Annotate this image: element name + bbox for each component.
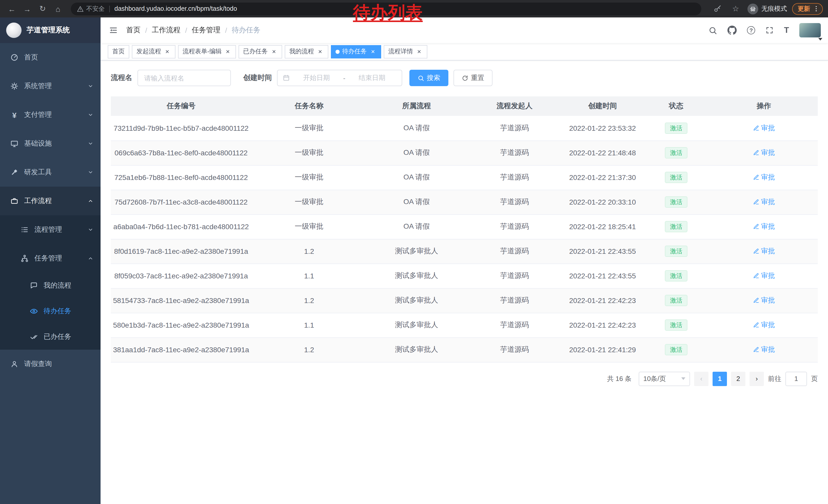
list-icon bbox=[20, 226, 29, 234]
tab-close-icon[interactable]: × bbox=[369, 48, 377, 55]
app-logo[interactable]: 芋道管理系统 bbox=[0, 17, 100, 43]
prev-page-button[interactable]: ‹ bbox=[694, 371, 708, 386]
status-badge: 激活 bbox=[665, 270, 688, 281]
page-size-select[interactable]: 10条/页 bbox=[639, 371, 690, 386]
user-avatar[interactable] bbox=[799, 23, 821, 37]
tab-close-icon[interactable]: × bbox=[271, 48, 278, 55]
sidebar-item-task-management[interactable]: 任务管理 bbox=[0, 244, 100, 273]
cell-task-name: 1.2 bbox=[251, 288, 367, 313]
approve-link[interactable]: 审批 bbox=[753, 246, 775, 256]
sidebar-item-system[interactable]: 系统管理 bbox=[0, 72, 100, 100]
bookmark-star-icon[interactable]: ☆ bbox=[729, 2, 742, 15]
approve-link[interactable]: 审批 bbox=[753, 173, 775, 182]
sidebar-item-infrastructure[interactable]: 基础设施 bbox=[0, 129, 100, 158]
tab-label: 我的流程 bbox=[289, 47, 314, 56]
security-label: 不安全 bbox=[86, 4, 105, 13]
process-name-input[interactable] bbox=[137, 70, 231, 86]
tab[interactable]: 已办任务 × bbox=[239, 45, 282, 58]
breadcrumb-task-management[interactable]: 任务管理 bbox=[192, 26, 220, 35]
col-header-status: 状态 bbox=[642, 96, 710, 116]
browser-reload-button[interactable]: ↻ bbox=[36, 2, 49, 15]
page-button-2[interactable]: 2 bbox=[731, 371, 745, 386]
font-size-icon[interactable]: T bbox=[784, 26, 789, 35]
tab-close-icon[interactable]: × bbox=[416, 48, 423, 55]
breadcrumb-home[interactable]: 首页 bbox=[126, 26, 140, 35]
cell-process: 测试多审批人 bbox=[367, 313, 466, 337]
tab-close-icon[interactable]: × bbox=[224, 48, 232, 55]
chat-icon bbox=[30, 281, 38, 290]
sidebar-item-devtools[interactable]: 研发工具 bbox=[0, 158, 100, 187]
breadcrumb-workflow[interactable]: 工作流程 bbox=[152, 26, 180, 35]
tab[interactable]: 我的流程 × bbox=[285, 45, 328, 58]
browser-back-button[interactable]: ← bbox=[5, 2, 18, 15]
tab-close-icon[interactable]: × bbox=[164, 48, 171, 55]
chevron-down-icon bbox=[88, 83, 93, 89]
sidebar-item-todo-tasks[interactable]: 待办任务 bbox=[0, 299, 100, 324]
approve-link[interactable]: 审批 bbox=[753, 148, 775, 157]
sidebar-item-workflow[interactable]: 工作流程 bbox=[0, 187, 100, 215]
sidebar-item-done-tasks[interactable]: 已办任务 bbox=[0, 324, 100, 350]
cell-process: OA 请假 bbox=[367, 190, 466, 214]
search-button[interactable]: 搜索 bbox=[409, 70, 448, 86]
reset-button[interactable]: 重置 bbox=[454, 70, 493, 86]
pencil-icon bbox=[753, 199, 759, 205]
tab-close-icon[interactable]: × bbox=[317, 48, 324, 55]
tab[interactable]: 首页 bbox=[108, 45, 129, 58]
font-size-glyph: T bbox=[784, 26, 789, 35]
sidebar-toggle-button[interactable] bbox=[100, 17, 126, 43]
sidebar-item-my-process[interactable]: 我的流程 bbox=[0, 273, 100, 299]
cell-create-time: 2022-01-22 18:25:41 bbox=[563, 214, 642, 239]
cell-task-id: 725a1eb6-7b88-11ec-8ef0-acde48001122 bbox=[111, 165, 251, 190]
password-key-icon[interactable] bbox=[710, 2, 724, 15]
browser-home-button[interactable]: ⌂ bbox=[51, 2, 65, 15]
gear-icon bbox=[10, 82, 18, 90]
approve-link[interactable]: 审批 bbox=[753, 320, 775, 330]
tab[interactable]: 发起流程 × bbox=[132, 45, 175, 58]
back-icon: ← bbox=[8, 4, 16, 13]
cell-actions: 审批 bbox=[710, 264, 818, 288]
search-icon[interactable] bbox=[708, 26, 717, 35]
table-row: 725a1eb6-7b88-11ec-8ef0-acde48001122 一级审… bbox=[111, 165, 818, 190]
github-icon[interactable] bbox=[728, 26, 737, 35]
kebab-menu-icon[interactable] bbox=[813, 5, 820, 12]
next-page-button[interactable]: › bbox=[749, 371, 764, 386]
sidebar-item-process-management[interactable]: 流程管理 bbox=[0, 215, 100, 244]
browser-update-button[interactable]: 更新 bbox=[792, 3, 823, 15]
sidebar-item-label: 系统管理 bbox=[24, 82, 52, 91]
tab[interactable]: 待办任务 × bbox=[331, 45, 381, 58]
pencil-icon bbox=[753, 224, 759, 230]
approve-link[interactable]: 审批 bbox=[753, 197, 775, 207]
status-badge: 激活 bbox=[665, 319, 688, 331]
fullscreen-icon[interactable] bbox=[765, 26, 774, 34]
browser-forward-button[interactable]: → bbox=[20, 2, 34, 15]
approve-link[interactable]: 审批 bbox=[753, 296, 775, 305]
approve-link[interactable]: 审批 bbox=[753, 124, 775, 133]
breadcrumb-separator: / bbox=[145, 26, 147, 34]
page-button-1[interactable]: 1 bbox=[713, 371, 727, 386]
end-date-placeholder: 结束日期 bbox=[347, 73, 397, 83]
sidebar-item-home[interactable]: 首页 bbox=[0, 43, 100, 72]
approve-link[interactable]: 审批 bbox=[753, 222, 775, 231]
pencil-icon bbox=[753, 273, 759, 279]
sidebar-item-payment[interactable]: ¥ 支付管理 bbox=[0, 100, 100, 129]
approve-link-label: 审批 bbox=[761, 345, 775, 354]
help-icon[interactable]: ? bbox=[747, 26, 755, 34]
cell-process: OA 请假 bbox=[367, 214, 466, 239]
tab[interactable]: 流程表单-编辑 × bbox=[178, 45, 236, 58]
approve-link[interactable]: 审批 bbox=[753, 345, 775, 354]
tab[interactable]: 流程详情 × bbox=[384, 45, 427, 58]
divider bbox=[109, 5, 110, 12]
chevron-down-icon bbox=[88, 170, 93, 175]
home-icon: ⌂ bbox=[56, 4, 60, 13]
table-row: 580e1b3d-7ac8-11ec-a9e2-a2380e71991a 1.1… bbox=[111, 313, 818, 337]
approve-link[interactable]: 审批 bbox=[753, 271, 775, 280]
sidebar-item-leave-query[interactable]: 请假查询 bbox=[0, 350, 100, 378]
breadcrumb-separator: / bbox=[185, 26, 187, 34]
avatar-image bbox=[799, 23, 821, 37]
col-header-starter: 流程发起人 bbox=[466, 96, 563, 116]
chevron-down-icon bbox=[681, 377, 686, 380]
goto-page-input[interactable] bbox=[785, 371, 807, 386]
cell-task-id: 73211d9d-7b9b-11ec-b5b7-acde48001122 bbox=[111, 116, 251, 140]
date-range-picker[interactable]: 开始日期 - 结束日期 bbox=[277, 70, 402, 86]
cell-process: 测试多审批人 bbox=[367, 337, 466, 362]
